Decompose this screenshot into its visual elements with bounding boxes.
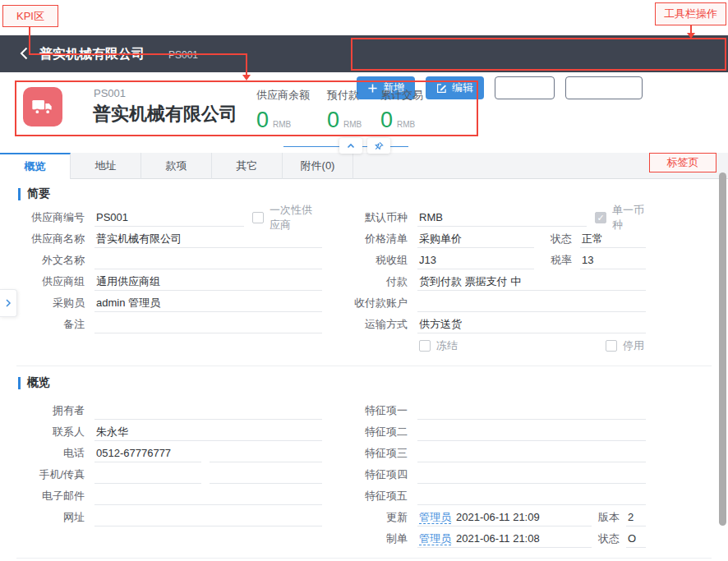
kpi-metrics: 供应商余额 0RMB 预付款 0RMB 累计交易 0RMB [256,88,441,133]
field-foreign-name: 外文名称 [16,250,322,271]
tab-overview[interactable]: 概览 [0,153,71,179]
supplier-group-input[interactable]: 通用供应商组 [94,274,322,291]
pin-kpi-button[interactable] [367,138,390,154]
field-feature-1: 特征项一 [353,400,646,421]
kpi-supplier-code: PS001 [94,87,126,99]
payment-account-input[interactable] [417,295,646,312]
chevron-right-icon [4,298,12,308]
annotation-kpi-area: KPI区 [2,5,58,27]
frozen-checkbox[interactable]: 冻结 [419,338,458,353]
toolbar-nav-icons [608,76,716,99]
currency-input[interactable]: RMB [417,209,587,227]
sidebar-expander[interactable] [0,289,17,317]
next-record-button[interactable] [638,80,655,96]
foreign-name-input[interactable] [94,252,322,269]
field-owner: 拥有者 [16,400,322,421]
buyer-input[interactable]: admin 管理员 [94,295,322,312]
field-remark: 备注 [16,314,322,335]
checkbox-icon [252,212,264,223]
kpi-supplier-name: 普实机械有限公司 [93,102,237,126]
field-transport: 运输方式 供方送货 [353,314,646,335]
version-value: 2 [626,509,646,527]
field-payment: 付款 货到付款 票据支付 中 [353,271,646,292]
delete-button[interactable]: 删除 [495,76,555,99]
tab-payments[interactable]: 款项 [141,153,212,179]
metric-prepayment: 预付款 0RMB [327,88,369,133]
remark-input[interactable] [94,316,322,333]
status-input[interactable]: 正常 [580,231,646,248]
brief-right-column: 默认币种 RMB 单一币种 价格清单 采购单价 状态 正常 税收组 J13 税率… [353,207,646,356]
tab-address[interactable]: 地址 [71,153,141,179]
supplier-no-input[interactable]: PS001 [94,209,244,227]
feature2-input[interactable] [417,424,646,441]
tab-bar: 概览 地址 款项 其它 附件(0) [0,153,728,179]
checkbox-checked-icon [595,212,606,223]
field-currency: 默认币种 RMB 单一币种 [353,207,646,228]
brief-left-column: 供应商编号 PS001 一次性供应商 供应商名称 普实机械有限公司 外文名称 供… [16,207,322,335]
chevron-left-icon [611,82,623,94]
truck-icon [30,94,56,120]
field-phone: 电话 0512-67776777 [16,443,322,464]
created-user-link[interactable]: 管理员 [419,532,451,545]
pin-icon [374,141,384,151]
overview-right-column: 特征项一 特征项二 特征项三 特征项四 特征项五 更新 管理员2021-06-1… [353,400,646,550]
field-price-list: 价格清单 采购单价 状态 正常 [353,228,646,250]
chevron-up-icon [346,141,356,151]
created-time: 2021-06-11 21:08 [456,532,540,545]
back-button[interactable] [16,45,36,65]
export-button[interactable] [699,80,716,96]
checkbox-icon [419,340,431,352]
field-payment-account: 收付款账户 [353,292,646,314]
feature1-input[interactable] [417,402,646,420]
annotation-line [29,27,30,55]
phone-input-2[interactable] [210,445,322,462]
field-flags: 冻结 停用 [353,335,646,356]
tax-group-input[interactable]: J13 [417,252,534,269]
field-mobile-fax: 手机/传真 [16,464,322,485]
refresh-button[interactable] [669,80,685,96]
feature5-input[interactable] [417,488,646,505]
scrollbar-thumb[interactable] [719,172,726,526]
contact-input[interactable]: 朱永华 [94,424,322,441]
field-website: 网址 [16,507,322,528]
collapse-kpi-button[interactable] [339,138,362,154]
tab-other[interactable]: 其它 [212,153,283,179]
disabled-checkbox[interactable]: 停用 [606,338,644,353]
doc-status-value: O [626,531,646,548]
payment-input[interactable]: 货到付款 票据支付 中 [417,274,646,291]
mobile-input[interactable] [94,467,201,484]
chevron-right-icon [641,82,653,94]
feature3-input[interactable] [417,445,646,462]
page-title-code: PS001 [168,49,198,61]
annotation-line [29,53,247,55]
field-contact: 联系人 朱永华 [16,421,322,443]
tab-attachments[interactable]: 附件(0) [283,153,353,179]
phone-input[interactable]: 0512-67776777 [94,445,201,462]
prev-record-button[interactable] [608,80,624,96]
field-feature-4: 特征项四 [353,464,646,485]
field-feature-5: 特征项五 [353,485,646,507]
field-feature-2: 特征项二 [353,421,646,443]
metric-total-trade: 累计交易 0RMB [380,88,430,133]
trash-icon [506,83,517,94]
price-list-input[interactable]: 采购单价 [417,231,534,248]
tax-rate-input[interactable]: 13 [580,252,646,269]
field-updated: 更新 管理员2021-06-11 21:09 版本 2 [353,507,646,528]
metric-supplier-balance: 供应商余额 0RMB [256,88,316,133]
feature4-input[interactable] [417,467,646,484]
email-input[interactable] [94,488,322,505]
overview-left-column: 拥有者 联系人 朱永华 电话 0512-67776777 手机/传真 电子邮件 … [16,400,322,528]
bottom-divider [16,558,712,559]
checkbox-icon [606,340,617,352]
updated-value: 管理员2021-06-11 21:09 [417,509,592,527]
owner-input[interactable] [94,402,322,420]
annotation-tabs: 标签页 [649,153,716,172]
field-supplier-group: 供应商组 通用供应商组 [16,271,322,292]
transport-input[interactable]: 供方送货 [417,316,646,333]
created-value: 管理员2021-06-11 21:08 [417,531,592,548]
supplier-name-input[interactable]: 普实机械有限公司 [94,231,322,248]
website-input[interactable] [94,509,322,527]
updated-user-link[interactable]: 管理员 [419,511,451,524]
fax-input[interactable] [210,467,322,484]
annotation-toolbar: 工具栏操作 [655,2,726,25]
